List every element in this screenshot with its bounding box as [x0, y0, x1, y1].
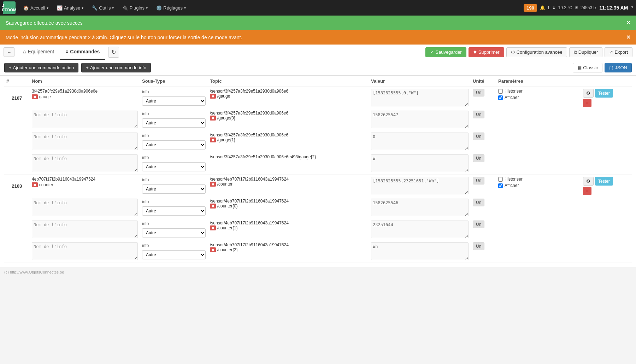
nom-input-2107-2[interactable]: Nom de l'info: [32, 133, 138, 150]
collapse-2107[interactable]: −: [6, 95, 9, 101]
topic-sub-text-2107-0: /gauge: [217, 94, 230, 99]
tab-equipement[interactable]: ⌂ Equipement: [17, 45, 60, 60]
temperature: 19.2 °C: [558, 5, 572, 10]
topic-container-2103-1: /sensor/4eb707f17f2b9116043a19947624 ■ /…: [210, 199, 367, 209]
unite-btn-2107-2[interactable]: Un: [473, 133, 484, 140]
unite-btn-2107-1[interactable]: Un: [473, 111, 484, 118]
subtype-select-2103-0[interactable]: Autre: [142, 184, 206, 194]
view-classic-button[interactable]: ▦ Classic: [573, 63, 602, 72]
action-row-2107-0: ⚙ Tester: [583, 89, 613, 98]
tester-button-2103-0[interactable]: Tester: [595, 177, 613, 186]
gear-button-2103-0[interactable]: ⚙: [583, 177, 594, 186]
historiser-check-2103-0[interactable]: [498, 177, 503, 182]
tester-button-2107-0[interactable]: Tester: [595, 89, 613, 98]
cell-params-2107-1: [496, 109, 581, 131]
remove-button-2107-0[interactable]: −: [583, 99, 591, 107]
unite-btn-2103-0[interactable]: Un: [473, 177, 484, 184]
lux-value: 24553 lx: [581, 5, 596, 10]
subtype-select-2103-1[interactable]: Autre: [142, 206, 206, 216]
topic-badge-2107-0: ■: [210, 94, 216, 99]
valeur-input-2103-1[interactable]: 1582625546: [371, 199, 469, 216]
valeur-input-2103-3[interactable]: Wh: [371, 242, 469, 260]
subtype-select-2107-3[interactable]: Autre: [142, 162, 206, 171]
subtype-select-2107-2[interactable]: Autre: [142, 140, 206, 149]
cell-topic-2107-2: /sensor/3f4257a3fc29e51a2930d0a906e6 ■ /…: [208, 131, 369, 153]
remove-button-2103-0[interactable]: −: [583, 187, 591, 195]
refresh-button[interactable]: ↻: [108, 47, 119, 58]
unite-btn-2103-2[interactable]: Un: [473, 221, 484, 228]
subtype-text-2103-0: info: [142, 177, 206, 183]
historiser-row-2103-0: Historiser: [498, 177, 579, 182]
add-action-button[interactable]: + Ajouter une commande action: [4, 63, 78, 72]
dupliquer-button[interactable]: ⧉ Dupliquer: [569, 47, 603, 57]
nom-input-2107-1[interactable]: Nom de l'info: [32, 111, 138, 128]
export-label: Export: [614, 49, 628, 55]
cell-nom-2103-0: 4eb707f17f2b9116043a19947624 ■ counter: [30, 175, 140, 197]
add-action-label: Ajouter une commande action: [13, 65, 74, 70]
valeur-input-2107-0[interactable]: [1582625555,0,"W"]: [371, 89, 469, 106]
nav-accueil[interactable]: 🏠 Accueil ▾: [20, 3, 52, 13]
tab-commandes[interactable]: ≡ Commandes: [60, 45, 105, 60]
topic-sub-text-2107-1: /gauge{0}: [217, 116, 235, 121]
nav-analyse-label: Analyse: [64, 5, 80, 11]
subtype-select-2103-3[interactable]: Autre: [142, 250, 206, 259]
unite-btn-2107-3[interactable]: Un: [473, 154, 484, 162]
nom-input-2103-3[interactable]: Nom de l'info: [32, 242, 138, 260]
unite-btn-2103-3[interactable]: Un: [473, 242, 484, 250]
subtype-select-2107-0[interactable]: Autre: [142, 96, 206, 106]
topic-sub-text-2103-0: /counter: [217, 182, 232, 187]
subtype-select-2103-2[interactable]: Autre: [142, 228, 206, 237]
gear-button-2107-0[interactable]: ⚙: [583, 89, 594, 98]
cell-actions-2107-1: [581, 109, 632, 131]
collapse-2103[interactable]: −: [6, 183, 9, 189]
export-button[interactable]: ↗ Export: [605, 47, 632, 57]
alert-success-close[interactable]: ×: [626, 19, 630, 27]
topic-sub-text-2107-2: /gauge{1}: [217, 137, 235, 142]
historiser-check-2107-0[interactable]: [498, 89, 503, 94]
subtype-select-2107-1[interactable]: Autre: [142, 118, 206, 128]
question-icon[interactable]: ?: [631, 5, 633, 10]
tab-equipement-label: Equipement: [28, 49, 54, 54]
cell-valeur-2103-2: 23251644: [369, 219, 471, 241]
nom-input-2107-3[interactable]: Nom de l'info: [32, 154, 138, 172]
nav-analyse[interactable]: 📈 Analyse ▾: [53, 3, 87, 13]
config-avancee-button[interactable]: ⚙ Configuration avancée: [506, 47, 567, 57]
cell-params-2103-3: [496, 241, 581, 263]
nav-reglages[interactable]: ⚙️ Réglages ▾: [153, 3, 189, 13]
subtype-container-2103-1: info Autre: [142, 199, 206, 216]
valeur-input-2103-2[interactable]: 23251644: [371, 221, 469, 238]
unite-btn-2103-1[interactable]: Un: [473, 199, 484, 206]
topic-main-2107-2: /sensor/3f4257a3fc29e51a2930d0a906e6: [210, 133, 367, 137]
afficher-check-2107-0[interactable]: [498, 95, 503, 100]
valeur-input-2103-0[interactable]: [1582625555,23251651,"Wh"]: [371, 177, 469, 194]
nom-text-2103-0: 4eb707f17f2b9116043a19947624: [32, 177, 95, 182]
nom-input-2103-1[interactable]: Nom de l'info: [32, 199, 138, 216]
cell-id-2107-1: [4, 109, 30, 131]
topic-sub-2103-1: ■ /counter{0}: [210, 204, 367, 209]
view-json-button[interactable]: { } JSON: [605, 63, 632, 72]
valeur-input-2107-3[interactable]: W: [371, 154, 469, 172]
valeur-input-2107-2[interactable]: 0: [371, 133, 469, 150]
nom-input-2103-2[interactable]: Nom de l'info: [32, 221, 138, 238]
nav-outils[interactable]: 🔧 Outils ▾: [88, 3, 117, 13]
add-info-button[interactable]: + Ajouter une commande info: [81, 63, 151, 72]
valeur-input-2107-1[interactable]: 1582625547: [371, 111, 469, 128]
unite-btn-2107-0[interactable]: Un: [473, 89, 484, 96]
cell-params-2107-2: [496, 131, 581, 153]
save-button[interactable]: ✓ Sauvegarder: [425, 47, 466, 57]
historiser-row-2107-0: Historiser: [498, 89, 579, 94]
cell-nom-2107-3: Nom de l'info: [30, 153, 140, 175]
back-button[interactable]: ←: [4, 47, 14, 57]
alert-warning-close[interactable]: ×: [626, 34, 630, 41]
topic-badge-2103-2: ■: [210, 225, 216, 230]
nav-plugins[interactable]: 🔌 Plugins ▾: [119, 3, 151, 13]
notification-badge[interactable]: 190: [524, 4, 537, 12]
save-icon: ✓: [430, 49, 434, 55]
nom-main: 3f4257a3fc29e51a2930d0a906e6e: [32, 89, 138, 94]
json-label: JSON: [615, 65, 627, 70]
actions-container-2107-0: ⚙ Tester −: [583, 89, 630, 107]
analyse-icon: 📈: [57, 5, 63, 11]
delete-button[interactable]: ✖ Supprimer: [469, 47, 504, 57]
afficher-check-2103-0[interactable]: [498, 183, 503, 188]
nom-sub-2107-0: ■ gauge: [32, 94, 138, 99]
